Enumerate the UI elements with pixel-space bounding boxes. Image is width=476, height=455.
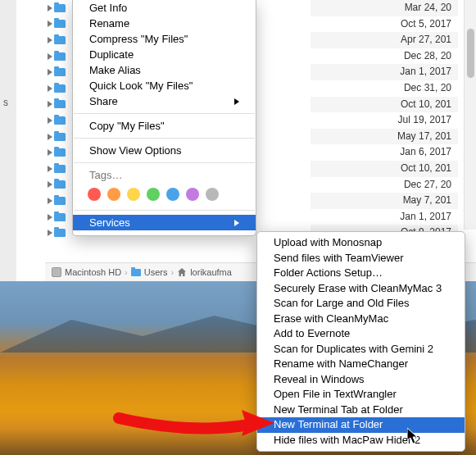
submenu-arrow-icon xyxy=(234,220,239,226)
disclosure-triangle-icon[interactable] xyxy=(48,5,52,11)
folder-icon xyxy=(54,213,66,221)
service-send-teamviewer[interactable]: Send files with TeamViewer xyxy=(257,251,465,266)
home-icon xyxy=(177,267,187,277)
file-date: Mar 24, 20 xyxy=(311,0,458,16)
menu-label-tags: Tags… xyxy=(73,167,256,183)
menu-item-compress[interactable]: Compress "My Files" xyxy=(73,31,256,47)
scrollbar-thumb[interactable] xyxy=(467,29,474,78)
file-date: Jan 1, 2017 xyxy=(311,209,458,225)
file-date: Jul 19, 2017 xyxy=(311,112,458,129)
folder-icon xyxy=(54,180,66,189)
disclosure-triangle-icon[interactable] xyxy=(48,230,52,236)
disclosure-triangle-icon[interactable] xyxy=(48,20,52,27)
services-submenu[interactable]: Upload with Monosnap Send files with Tea… xyxy=(256,231,465,452)
disclosure-triangle-icon[interactable] xyxy=(48,149,52,156)
service-scan-large[interactable]: Scan for Large and Old Files xyxy=(257,296,465,312)
service-scan-duplicates[interactable]: Scan for Duplicates with Gemini 2 xyxy=(257,342,465,357)
file-date: May 17, 201 xyxy=(311,129,458,145)
disclosure-triangle-icon[interactable] xyxy=(48,117,52,124)
service-new-terminal-at-folder[interactable]: New Terminal at Folder xyxy=(257,417,465,433)
menu-item-rename[interactable]: Rename xyxy=(73,16,256,31)
folder-icon xyxy=(54,165,66,173)
service-upload-monosnap[interactable]: Upload with Monosnap xyxy=(257,235,465,251)
service-folder-actions[interactable]: Folder Actions Setup… xyxy=(257,266,465,281)
folder-icon xyxy=(54,229,66,237)
chevron-right-icon: › xyxy=(170,267,174,277)
chevron-right-icon: › xyxy=(125,267,128,277)
folder-icon xyxy=(54,68,66,76)
disclosure-triangle-icon[interactable] xyxy=(48,85,52,92)
menu-separator xyxy=(74,162,255,163)
tag-color-green[interactable] xyxy=(147,188,160,201)
folder-icon xyxy=(54,100,66,108)
context-menu[interactable]: Get Info Rename Compress "My Files" Dupl… xyxy=(72,0,256,236)
folder-icon xyxy=(54,84,66,93)
service-secure-erase[interactable]: Securely Erase with CleanMyMac 3 xyxy=(257,281,465,297)
menu-item-services[interactable]: Services xyxy=(73,215,256,230)
disclosure-triangle-icon[interactable] xyxy=(48,181,52,188)
file-date: Oct 10, 201 xyxy=(311,97,458,113)
breadcrumb-item[interactable]: Users xyxy=(144,267,168,277)
drive-icon xyxy=(52,267,61,277)
sidebar-label: s xyxy=(3,97,8,108)
disclosure-triangle-icon[interactable] xyxy=(48,69,52,75)
file-date: Dec 31, 20 xyxy=(311,80,458,97)
folder-icon xyxy=(54,4,66,12)
tag-color-row xyxy=(73,183,256,206)
breadcrumb-item[interactable]: lorikaufma xyxy=(190,267,232,277)
file-date: Oct 5, 2017 xyxy=(311,16,458,33)
date-column: Mar 24, 20 Oct 5, 2017 Apr 27, 201 Dec 2… xyxy=(311,0,458,241)
submenu-arrow-icon xyxy=(234,98,239,105)
file-date: Jan 1, 2017 xyxy=(311,64,458,80)
disclosure-triangle-icon[interactable] xyxy=(48,198,52,204)
folder-icon xyxy=(131,269,141,276)
file-date: Dec 28, 20 xyxy=(311,48,458,65)
menu-separator xyxy=(74,210,255,211)
folder-icon xyxy=(54,197,66,205)
menu-separator xyxy=(74,113,255,114)
service-open-textwrangler[interactable]: Open File in TextWrangler xyxy=(257,387,465,403)
svg-marker-0 xyxy=(242,410,274,436)
tag-color-red[interactable] xyxy=(88,188,101,201)
folder-icon xyxy=(54,20,66,28)
file-date: Dec 27, 20 xyxy=(311,177,458,193)
menu-item-copy[interactable]: Copy "My Files" xyxy=(73,118,256,134)
menu-item-duplicate[interactable]: Duplicate xyxy=(73,47,256,62)
disclosure-triangle-icon[interactable] xyxy=(48,101,52,107)
menu-item-make-alias[interactable]: Make Alias xyxy=(73,62,256,78)
menu-item-view-options[interactable]: Show View Options xyxy=(73,143,256,158)
tag-color-gray[interactable] xyxy=(206,188,219,201)
menu-item-quick-look[interactable]: Quick Look "My Files" xyxy=(73,78,256,93)
tag-color-orange[interactable] xyxy=(107,188,120,201)
cursor-icon xyxy=(407,428,419,447)
tag-color-blue[interactable] xyxy=(166,188,179,201)
tag-color-purple[interactable] xyxy=(186,188,199,201)
service-hide-macpaw[interactable]: Hide files with MacPaw Hider 2 xyxy=(257,433,465,448)
annotation-arrow xyxy=(115,377,274,445)
folder-icon xyxy=(54,148,66,157)
menu-item-get-info[interactable]: Get Info xyxy=(73,0,256,16)
menu-separator xyxy=(74,138,255,139)
breadcrumb-item[interactable]: Macintosh HD xyxy=(65,267,121,277)
file-date: Jan 6, 2017 xyxy=(311,144,458,161)
disclosure-triangle-icon[interactable] xyxy=(48,166,52,172)
disclosure-triangle-icon[interactable] xyxy=(48,214,52,221)
service-reveal-windows[interactable]: Reveal in Windows xyxy=(257,372,465,388)
service-erase-cmm[interactable]: Erase with CleanMyMac xyxy=(257,312,465,327)
folder-icon xyxy=(54,116,66,125)
folder-icon xyxy=(54,36,66,44)
tag-color-yellow[interactable] xyxy=(127,188,140,201)
file-list-icons xyxy=(45,0,70,241)
service-evernote[interactable]: Add to Evernote xyxy=(257,326,465,342)
file-date: Apr 27, 201 xyxy=(311,32,458,48)
service-new-terminal-tab[interactable]: New Terminal Tab at Folder xyxy=(257,403,465,418)
service-rename-namechanger[interactable]: Rename with NameChanger xyxy=(257,357,465,372)
disclosure-triangle-icon[interactable] xyxy=(48,37,52,43)
file-date: May 7, 201 xyxy=(311,193,458,209)
disclosure-triangle-icon[interactable] xyxy=(48,53,52,60)
scrollbar-track[interactable] xyxy=(464,0,476,230)
folder-icon xyxy=(54,52,66,61)
folder-icon xyxy=(54,133,66,141)
disclosure-triangle-icon[interactable] xyxy=(48,134,52,140)
menu-item-share[interactable]: Share xyxy=(73,93,256,109)
